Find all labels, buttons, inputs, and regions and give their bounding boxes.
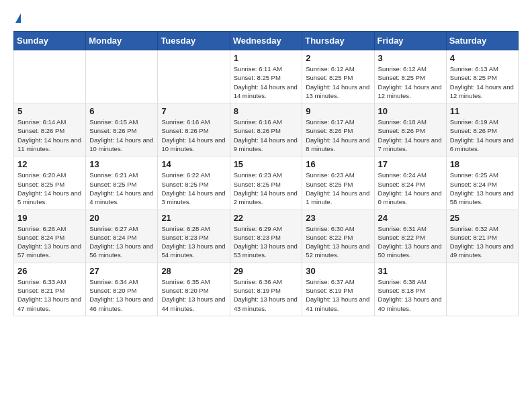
weekday-header-row: SundayMondayTuesdayWednesdayThursdayFrid… <box>14 32 519 50</box>
logo-triangle-icon <box>15 13 21 23</box>
weekday-header-sunday: Sunday <box>14 32 86 50</box>
calendar-cell: 15Sunrise: 6:23 AMSunset: 8:25 PMDayligh… <box>230 156 302 210</box>
day-number: 30 <box>306 266 370 276</box>
calendar-cell: 9Sunrise: 6:17 AMSunset: 8:26 PMDaylight… <box>302 103 374 156</box>
day-number: 22 <box>234 213 299 223</box>
calendar-cell: 13Sunrise: 6:21 AMSunset: 8:25 PMDayligh… <box>86 156 158 210</box>
weekday-header-wednesday: Wednesday <box>230 32 302 50</box>
day-info: Sunrise: 6:25 AMSunset: 8:24 PMDaylight:… <box>450 171 515 206</box>
day-info: Sunrise: 6:30 AMSunset: 8:22 PMDaylight:… <box>306 224 370 260</box>
calendar-table: SundayMondayTuesdayWednesdayThursdayFrid… <box>13 31 519 316</box>
calendar-cell: 28Sunrise: 6:35 AMSunset: 8:20 PMDayligh… <box>158 263 230 316</box>
day-info: Sunrise: 6:35 AMSunset: 8:20 PMDaylight:… <box>161 277 226 313</box>
day-number: 11 <box>450 106 515 116</box>
calendar-cell: 14Sunrise: 6:22 AMSunset: 8:25 PMDayligh… <box>158 156 230 210</box>
calendar-cell: 25Sunrise: 6:32 AMSunset: 8:21 PMDayligh… <box>446 210 518 263</box>
weekday-header-saturday: Saturday <box>446 32 518 50</box>
day-number: 26 <box>17 266 82 276</box>
day-info: Sunrise: 6:13 AMSunset: 8:25 PMDaylight:… <box>450 64 515 100</box>
day-number: 16 <box>306 159 370 169</box>
calendar-cell: 30Sunrise: 6:37 AMSunset: 8:19 PMDayligh… <box>302 263 374 316</box>
week-row-2: 5Sunrise: 6:14 AMSunset: 8:26 PMDaylight… <box>14 103 519 156</box>
day-info: Sunrise: 6:23 AMSunset: 8:25 PMDaylight:… <box>306 171 370 206</box>
calendar-cell: 4Sunrise: 6:13 AMSunset: 8:25 PMDaylight… <box>446 50 518 103</box>
calendar-cell <box>86 50 158 103</box>
day-number: 1 <box>234 53 299 63</box>
calendar-cell <box>14 50 86 103</box>
calendar-cell: 1Sunrise: 6:11 AMSunset: 8:25 PMDaylight… <box>230 50 302 103</box>
calendar-cell: 16Sunrise: 6:23 AMSunset: 8:25 PMDayligh… <box>302 156 374 210</box>
day-info: Sunrise: 6:36 AMSunset: 8:19 PMDaylight:… <box>234 277 299 313</box>
day-info: Sunrise: 6:32 AMSunset: 8:21 PMDaylight:… <box>450 224 515 260</box>
day-info: Sunrise: 6:28 AMSunset: 8:23 PMDaylight:… <box>161 224 226 260</box>
day-info: Sunrise: 6:38 AMSunset: 8:18 PMDaylight:… <box>378 277 443 313</box>
day-info: Sunrise: 6:33 AMSunset: 8:21 PMDaylight:… <box>17 277 82 313</box>
day-info: Sunrise: 6:24 AMSunset: 8:24 PMDaylight:… <box>378 171 443 206</box>
day-number: 20 <box>89 213 154 223</box>
calendar-cell: 7Sunrise: 6:16 AMSunset: 8:26 PMDaylight… <box>158 103 230 156</box>
day-number: 10 <box>378 106 443 116</box>
calendar-cell: 11Sunrise: 6:19 AMSunset: 8:26 PMDayligh… <box>446 103 518 156</box>
week-row-3: 12Sunrise: 6:20 AMSunset: 8:25 PMDayligh… <box>14 156 519 210</box>
calendar-cell: 21Sunrise: 6:28 AMSunset: 8:23 PMDayligh… <box>158 210 230 263</box>
week-row-4: 19Sunrise: 6:26 AMSunset: 8:24 PMDayligh… <box>14 210 519 263</box>
calendar-cell <box>158 50 230 103</box>
logo <box>13 13 21 24</box>
day-number: 24 <box>378 213 443 223</box>
calendar-cell: 26Sunrise: 6:33 AMSunset: 8:21 PMDayligh… <box>14 263 86 316</box>
day-number: 12 <box>17 159 82 169</box>
calendar-cell: 3Sunrise: 6:12 AMSunset: 8:25 PMDaylight… <box>374 50 446 103</box>
calendar-cell: 5Sunrise: 6:14 AMSunset: 8:26 PMDaylight… <box>14 103 86 156</box>
day-number: 18 <box>450 159 515 169</box>
weekday-header-tuesday: Tuesday <box>158 32 230 50</box>
day-number: 4 <box>450 53 515 63</box>
calendar-cell: 23Sunrise: 6:30 AMSunset: 8:22 PMDayligh… <box>302 210 374 263</box>
calendar-cell: 18Sunrise: 6:25 AMSunset: 8:24 PMDayligh… <box>446 156 518 210</box>
day-info: Sunrise: 6:16 AMSunset: 8:26 PMDaylight:… <box>234 118 299 153</box>
day-info: Sunrise: 6:15 AMSunset: 8:26 PMDaylight:… <box>89 118 154 153</box>
weekday-header-friday: Friday <box>374 32 446 50</box>
day-number: 6 <box>89 106 154 116</box>
day-number: 8 <box>234 106 299 116</box>
day-info: Sunrise: 6:18 AMSunset: 8:26 PMDaylight:… <box>378 118 443 153</box>
weekday-header-thursday: Thursday <box>302 32 374 50</box>
calendar-cell: 24Sunrise: 6:31 AMSunset: 8:22 PMDayligh… <box>374 210 446 263</box>
day-number: 7 <box>161 106 226 116</box>
day-number: 23 <box>306 213 370 223</box>
day-info: Sunrise: 6:29 AMSunset: 8:23 PMDaylight:… <box>234 224 299 260</box>
day-number: 31 <box>378 266 443 276</box>
calendar-cell: 19Sunrise: 6:26 AMSunset: 8:24 PMDayligh… <box>14 210 86 263</box>
calendar-cell: 6Sunrise: 6:15 AMSunset: 8:26 PMDaylight… <box>86 103 158 156</box>
day-info: Sunrise: 6:37 AMSunset: 8:19 PMDaylight:… <box>306 277 370 313</box>
day-number: 5 <box>17 106 82 116</box>
day-number: 27 <box>89 266 154 276</box>
day-number: 25 <box>450 213 515 223</box>
day-number: 2 <box>306 53 370 63</box>
day-info: Sunrise: 6:26 AMSunset: 8:24 PMDaylight:… <box>17 224 82 260</box>
calendar-cell: 2Sunrise: 6:12 AMSunset: 8:25 PMDaylight… <box>302 50 374 103</box>
day-number: 13 <box>89 159 154 169</box>
day-number: 29 <box>234 266 299 276</box>
day-number: 28 <box>161 266 226 276</box>
day-number: 19 <box>17 213 82 223</box>
calendar-cell <box>446 263 518 316</box>
day-info: Sunrise: 6:11 AMSunset: 8:25 PMDaylight:… <box>234 64 299 100</box>
day-number: 17 <box>378 159 443 169</box>
calendar-cell: 31Sunrise: 6:38 AMSunset: 8:18 PMDayligh… <box>374 263 446 316</box>
day-number: 15 <box>234 159 299 169</box>
page-header <box>13 13 519 24</box>
day-info: Sunrise: 6:14 AMSunset: 8:26 PMDaylight:… <box>17 118 82 153</box>
day-info: Sunrise: 6:12 AMSunset: 8:25 PMDaylight:… <box>378 64 443 100</box>
weekday-header-monday: Monday <box>86 32 158 50</box>
calendar-cell: 12Sunrise: 6:20 AMSunset: 8:25 PMDayligh… <box>14 156 86 210</box>
day-info: Sunrise: 6:20 AMSunset: 8:25 PMDaylight:… <box>17 171 82 206</box>
day-number: 21 <box>161 213 226 223</box>
week-row-1: 1Sunrise: 6:11 AMSunset: 8:25 PMDaylight… <box>14 50 519 103</box>
day-info: Sunrise: 6:23 AMSunset: 8:25 PMDaylight:… <box>234 171 299 206</box>
day-info: Sunrise: 6:22 AMSunset: 8:25 PMDaylight:… <box>161 171 226 206</box>
day-info: Sunrise: 6:21 AMSunset: 8:25 PMDaylight:… <box>89 171 154 206</box>
day-info: Sunrise: 6:31 AMSunset: 8:22 PMDaylight:… <box>378 224 443 260</box>
day-info: Sunrise: 6:27 AMSunset: 8:24 PMDaylight:… <box>89 224 154 260</box>
day-info: Sunrise: 6:17 AMSunset: 8:26 PMDaylight:… <box>306 118 370 153</box>
week-row-5: 26Sunrise: 6:33 AMSunset: 8:21 PMDayligh… <box>14 263 519 316</box>
